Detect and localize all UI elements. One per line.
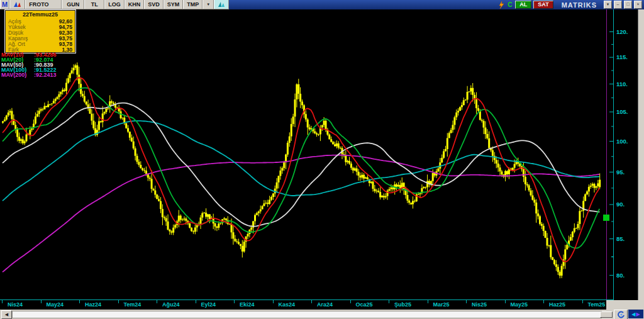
y-tick bbox=[609, 141, 614, 142]
sell-button[interactable]: SAT bbox=[533, 1, 553, 9]
y-axis-label: 110. bbox=[616, 81, 628, 87]
window-right-border bbox=[638, 0, 644, 319]
y-minor-tick bbox=[611, 187, 614, 188]
period-button-gun[interactable]: GUN bbox=[62, 0, 84, 9]
y-axis-label: 100. bbox=[616, 138, 628, 145]
axis-corner-filler bbox=[606, 300, 644, 310]
y-minor-tick bbox=[611, 44, 614, 45]
quick-trade-zap-icon[interactable] bbox=[499, 1, 504, 9]
x-tick bbox=[311, 300, 312, 303]
svd-button[interactable]: SVD bbox=[144, 0, 164, 9]
x-axis-label: Ara24 bbox=[317, 301, 333, 308]
price-chart[interactable]: 80.85.90.95.100.105.110.115.120. bbox=[0, 9, 638, 300]
x-axis-label: Kas24 bbox=[279, 301, 296, 308]
log-scale-button[interactable]: LOG bbox=[104, 0, 125, 9]
currency-button-tl[interactable]: TL bbox=[84, 0, 104, 9]
scroll-left-button[interactable]: ◀ bbox=[1, 310, 12, 319]
y-minor-tick bbox=[611, 257, 614, 257]
x-tick bbox=[2, 300, 3, 303]
x-axis-label: Nis25 bbox=[472, 301, 487, 308]
x-tick bbox=[543, 300, 544, 303]
nav-left-icon[interactable]: ◀ bbox=[631, 311, 635, 317]
y-minor-tick bbox=[611, 70, 614, 71]
refresh-icon[interactable]: C bbox=[508, 1, 512, 8]
y-axis-label: 120. bbox=[616, 28, 628, 35]
y-tick bbox=[609, 204, 614, 205]
window-menu-button[interactable]: ▾ bbox=[604, 1, 612, 9]
y-axis-label: 95. bbox=[616, 169, 625, 176]
title-bar: C AL SAT MATRIKS ▾ – □ × bbox=[229, 0, 644, 9]
x-axis-label: Eki24 bbox=[240, 301, 255, 308]
toolbar-left: M FROTO GUN TL LOG KHN SVD SYM TMP ▼ bbox=[0, 0, 229, 9]
khn-button[interactable]: KHN bbox=[125, 0, 145, 9]
x-tick bbox=[79, 300, 80, 303]
x-axis-label: Oca25 bbox=[356, 301, 373, 308]
avg-label: Ağ. Ort bbox=[8, 41, 25, 47]
high-value: 94,75 bbox=[59, 24, 72, 30]
title-toolbar: M FROTO GUN TL LOG KHN SVD SYM TMP ▼ C A… bbox=[0, 0, 644, 9]
y-minor-tick bbox=[611, 126, 614, 126]
chevron-down-icon[interactable]: ▼ bbox=[203, 0, 214, 9]
close-label: Kapanış bbox=[8, 35, 28, 41]
matriks-swirl-icon[interactable] bbox=[614, 310, 628, 319]
sym-button[interactable]: SYM bbox=[164, 0, 184, 9]
cursor-vertical-line bbox=[606, 9, 607, 300]
mav-line-100 bbox=[3, 121, 599, 201]
x-tick bbox=[582, 300, 583, 303]
y-tick bbox=[609, 111, 614, 112]
high-label: Yüksek bbox=[8, 24, 26, 30]
mav200-legend: MAV(200):92.2413 bbox=[1, 72, 57, 77]
y-axis-label: 115. bbox=[616, 53, 628, 60]
x-tick bbox=[234, 300, 235, 303]
close-button[interactable]: × bbox=[634, 1, 642, 9]
symbol-label[interactable]: FROTO bbox=[25, 0, 62, 9]
low-label: Düşük bbox=[8, 30, 23, 35]
x-axis-label: Şub25 bbox=[394, 301, 411, 308]
x-axis-label: Haz25 bbox=[549, 301, 565, 308]
y-tick bbox=[609, 172, 614, 172]
x-axis-label: May25 bbox=[511, 301, 528, 308]
chart-window: M FROTO GUN TL LOG KHN SVD SYM TMP ▼ C A… bbox=[0, 0, 644, 319]
tmp-button[interactable]: TMP bbox=[183, 0, 203, 9]
x-axis: Nis24May24Haz24Tem24Ağu24Eyl24Eki24Kas24… bbox=[0, 300, 606, 310]
x-tick bbox=[196, 300, 196, 303]
x-axis-label: Mar25 bbox=[433, 301, 450, 308]
y-tick bbox=[609, 31, 614, 32]
selected-date: 22Temmuz25 bbox=[6, 11, 75, 18]
buy-button[interactable]: AL bbox=[515, 1, 531, 9]
ohlc-info-box: 22Temmuz25 Açılış92,60 Yüksek94,75 Düşük… bbox=[5, 10, 75, 53]
x-tick bbox=[505, 300, 506, 303]
x-axis-label: Eyl24 bbox=[201, 301, 216, 308]
y-minor-tick bbox=[611, 221, 614, 222]
nav-right-icon[interactable]: ▶ bbox=[636, 311, 640, 317]
y-tick bbox=[609, 238, 614, 239]
close-value: 93,75 bbox=[59, 35, 72, 41]
app-m-icon[interactable]: M bbox=[0, 0, 9, 9]
matriks-bird-icon bbox=[9, 0, 25, 9]
y-axis-label: 105. bbox=[616, 108, 628, 115]
open-label: Açılış bbox=[8, 18, 21, 24]
y-tick bbox=[609, 275, 614, 276]
x-axis-label: Ağu24 bbox=[162, 301, 180, 308]
x-tick bbox=[41, 300, 42, 303]
open-value: 92,60 bbox=[59, 18, 72, 24]
x-axis-label: Haz24 bbox=[85, 301, 101, 308]
y-tick bbox=[609, 84, 614, 84]
mav-legend: MAV(10):93.4286 MAV(20):92.074 MAV(50):9… bbox=[1, 52, 57, 77]
x-axis-label: Tem24 bbox=[124, 301, 142, 308]
y-minor-tick bbox=[611, 156, 614, 157]
x-axis-label: Nis24 bbox=[8, 301, 23, 308]
minimize-button[interactable]: – bbox=[614, 1, 622, 9]
change-value: 1,30 bbox=[62, 47, 72, 52]
page-nav-arrows[interactable]: ◀ ▶ bbox=[628, 310, 643, 318]
low-value: 92,30 bbox=[59, 30, 72, 35]
x-tick bbox=[350, 300, 351, 303]
y-axis-label: 85. bbox=[616, 235, 625, 242]
chart-template-icon[interactable] bbox=[214, 0, 229, 9]
scrollbar-thumb[interactable] bbox=[600, 311, 613, 318]
x-axis-label: May24 bbox=[47, 301, 64, 308]
x-tick bbox=[466, 300, 467, 303]
scrollbar-track[interactable] bbox=[12, 311, 602, 318]
x-axis-label: Tem25 bbox=[588, 301, 606, 308]
maximize-button[interactable]: □ bbox=[624, 1, 632, 9]
